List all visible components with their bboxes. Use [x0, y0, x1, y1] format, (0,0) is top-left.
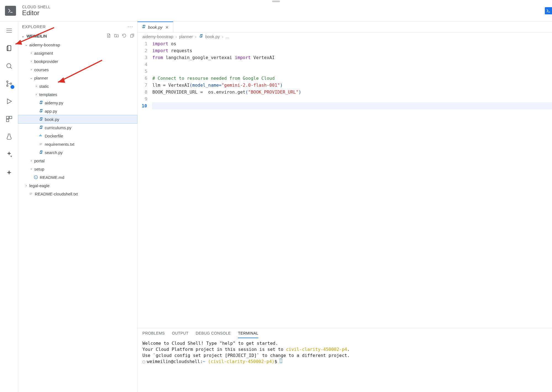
ai-assist-button[interactable] [4, 168, 14, 178]
extensions-button[interactable] [4, 114, 14, 124]
explorer-button[interactable] [4, 44, 14, 53]
svg-rect-5 [9, 116, 12, 119]
folder-bookprovider[interactable]: ›bookprovider [18, 57, 137, 65]
svg-rect-9 [40, 136, 41, 136]
drag-handle-icon[interactable] [272, 1, 280, 2]
scm-badge-icon [10, 85, 14, 89]
chevron-right-icon: › [34, 84, 38, 88]
source-control-button[interactable] [4, 79, 14, 88]
python-icon [38, 117, 44, 121]
terminal-prompt: weimeilin@cloudshell:~ (civil-clarity-45… [142, 359, 547, 365]
svg-rect-10 [40, 134, 41, 135]
chevron-down-icon: ⌄ [29, 76, 33, 80]
svg-rect-7 [131, 35, 133, 37]
open-terminal-button[interactable] [545, 7, 552, 14]
crumb-root[interactable]: aidemy-boostrap [142, 34, 173, 39]
crumb-more[interactable]: ... [225, 34, 229, 39]
file-search-py[interactable]: search.py [18, 148, 137, 157]
file-readme-cloudshell[interactable]: README-cloudshell.txt [18, 190, 137, 198]
collapse-all-button[interactable] [129, 33, 134, 39]
file-dockerfile[interactable]: Dockerfile [18, 132, 137, 140]
explorer-panel: EXPLORER ··· ⌄ WEIMEILIN ⌄ aidemy-boostr… [18, 22, 137, 392]
tab-label: book.py [148, 25, 163, 30]
tab-close-button[interactable] [165, 25, 169, 30]
folder-assigment[interactable]: ›assigment [18, 49, 137, 57]
terminal-cursor-icon [280, 359, 282, 363]
file-book-py[interactable]: book.py [18, 115, 137, 123]
file-requirements-txt[interactable]: requirements.txt [18, 140, 137, 148]
crumb-folder[interactable]: planner [179, 34, 193, 39]
crumb-file[interactable]: book.py [205, 34, 220, 39]
folder-aidemy-boostrap[interactable]: ⌄ aidemy-boostrap [18, 41, 137, 49]
cloud-shell-header: CLOUD SHELL Editor [0, 0, 552, 22]
folder-planner[interactable]: ⌄planner [18, 74, 137, 82]
tab-problems[interactable]: PROBLEMS [142, 331, 165, 338]
python-icon [38, 109, 44, 113]
explorer-section-header[interactable]: ⌄ WEIMEILIN [18, 31, 137, 41]
file-tree: ⌄ aidemy-boostrap ›assigment ›bookprovid… [18, 41, 137, 198]
tab-debug-console[interactable]: DEBUG CONSOLE [196, 331, 231, 338]
chevron-right-icon: › [29, 59, 33, 63]
chevron-down-icon: ⌄ [24, 43, 28, 47]
folder-portal[interactable]: ›portal [18, 157, 137, 165]
folder-setup[interactable]: ›setup [18, 165, 137, 173]
header-title: Editor [22, 9, 51, 17]
python-icon [38, 100, 44, 105]
chevron-right-icon: › [29, 159, 33, 163]
tab-output[interactable]: OUTPUT [172, 331, 189, 338]
chevron-right-icon: › [29, 51, 33, 55]
editor-area: book.py aidemy-boostrap› planner› book.p… [137, 22, 552, 392]
workspace-name: WEIMEILIN [26, 34, 47, 38]
refresh-button[interactable] [122, 33, 127, 39]
explorer-more-button[interactable]: ··· [128, 24, 133, 30]
file-curriculums-py[interactable]: curriculums.py [18, 123, 137, 132]
file-readme-md[interactable]: README.md [18, 173, 137, 181]
menu-button[interactable] [4, 26, 14, 35]
python-icon [38, 125, 44, 130]
chevron-right-icon: › [34, 92, 38, 96]
chevron-right-icon: › [29, 167, 33, 171]
docker-icon [38, 134, 44, 138]
chevron-right-icon: › [29, 68, 33, 71]
file-aidemy-py[interactable]: aidemy.py [18, 99, 137, 107]
tab-book-py[interactable]: book.py [137, 22, 173, 32]
cloud-shell-logo [5, 6, 16, 16]
terminal[interactable]: Welcome to Cloud Shell! Type "help" to g… [137, 338, 552, 392]
breadcrumbs[interactable]: aidemy-boostrap› planner› book.py› ... [137, 33, 552, 40]
panel-tabs: PROBLEMS OUTPUT DEBUG CONSOLE TERMINAL [137, 328, 552, 338]
info-icon [33, 175, 39, 179]
folder-courses[interactable]: ›courses [18, 65, 137, 74]
header-title-block: CLOUD SHELL Editor [22, 5, 51, 17]
chevron-down-icon: ⌄ [21, 34, 25, 38]
python-icon [141, 25, 146, 30]
tab-terminal[interactable]: TERMINAL [238, 331, 258, 338]
run-debug-button[interactable] [4, 97, 14, 106]
new-folder-button[interactable] [114, 33, 119, 39]
terminal-line: Your Cloud Platform project in this sess… [142, 346, 547, 353]
folder-static[interactable]: ›static [18, 82, 137, 90]
svg-rect-6 [6, 119, 9, 122]
svg-rect-8 [39, 136, 40, 136]
svg-point-0 [7, 63, 11, 68]
folder-templates[interactable]: ›templates [18, 90, 137, 99]
testing-button[interactable] [4, 132, 14, 141]
editor-tabs: book.py [137, 22, 552, 33]
search-button[interactable] [4, 61, 14, 71]
python-icon [199, 34, 203, 39]
text-file-icon [38, 142, 44, 146]
header-subtitle: CLOUD SHELL [22, 5, 51, 9]
gemini-button[interactable] [4, 150, 14, 159]
svg-point-3 [10, 83, 11, 84]
status-circle-icon [142, 361, 145, 363]
activity-bar [0, 22, 18, 392]
explorer-title: EXPLORER [22, 24, 46, 29]
code-editor[interactable]: 1import os 2import requests 3from langch… [137, 40, 552, 328]
file-app-py[interactable]: app.py [18, 107, 137, 115]
svg-point-2 [6, 85, 8, 86]
new-file-button[interactable] [106, 33, 111, 39]
svg-rect-11 [41, 136, 42, 136]
folder-legal-eagle[interactable]: ›legal-eagle [18, 181, 137, 190]
terminal-line: Welcome to Cloud Shell! Type "help" to g… [142, 340, 547, 346]
svg-rect-4 [6, 116, 9, 119]
bottom-panel: PROBLEMS OUTPUT DEBUG CONSOLE TERMINAL W… [137, 328, 552, 392]
